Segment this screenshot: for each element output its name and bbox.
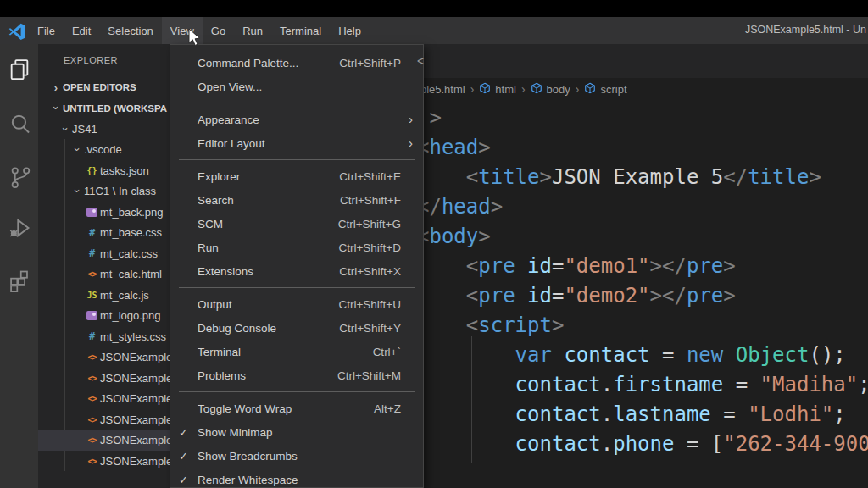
code-token: body (429, 225, 478, 248)
search-icon[interactable] (8, 112, 31, 136)
menu-separator (179, 103, 415, 103)
menubar-item-help[interactable]: Help (330, 17, 370, 44)
menu-item-shortcut: Ctrl+Shift+X (339, 265, 401, 278)
chevron-collapsed-icon: › (49, 81, 63, 94)
menu-item-debug-console[interactable]: Debug ConsoleCtrl+Shift+Y (170, 316, 423, 340)
menu-item-shortcut: Ctrl+Shift+G (338, 218, 401, 230)
code-token (417, 313, 466, 337)
menubar-item-file[interactable]: File (29, 17, 64, 44)
menu-item-label: Render Whitespace (198, 474, 401, 486)
menubar-item-go[interactable]: Go (203, 17, 234, 44)
menubar-item-run[interactable]: Run (234, 17, 271, 44)
menu-item-label: Debug Console (198, 322, 339, 335)
menu-item-render-whitespace[interactable]: ✓Render Whitespace (170, 468, 423, 488)
tree-label: tasks.json (100, 164, 149, 177)
menu-item-toggle-word-wrap[interactable]: Toggle Word WrapAlt+Z (170, 396, 423, 420)
code-area[interactable]: ><head> <title>JSON Example 5</title></h… (417, 103, 868, 459)
breadcrumb-item-html[interactable]: html (479, 82, 516, 97)
code-token (417, 165, 466, 189)
menu-item-scm[interactable]: SCMCtrl+Shift+G (170, 212, 423, 236)
explorer-title: EXPLORER (64, 55, 118, 65)
code-line: contact.phone = ["262-344-900 (417, 430, 868, 459)
html-file-icon: <> (84, 435, 100, 445)
code-token (515, 254, 527, 278)
menu-separator (179, 287, 415, 288)
chevron-expanded-icon: › (71, 143, 84, 157)
code-token: contact (515, 373, 601, 396)
menu-item-label: Editor Layout (198, 137, 401, 150)
chevron-expanded-icon: › (59, 122, 72, 136)
code-token: . (601, 373, 613, 396)
code-line: <head> (417, 133, 868, 163)
menu-item-label: Explorer (198, 170, 339, 183)
menu-item-shortcut: Ctrl+Shift+F (340, 194, 401, 207)
js-file-icon: JS (84, 291, 100, 300)
tree-label: JSONExample6 (100, 455, 178, 468)
run-and-debug-icon[interactable] (8, 216, 31, 240)
code-token (723, 343, 735, 367)
explorer-icon[interactable] (8, 57, 31, 80)
menu-item-editor-layout[interactable]: Editor Layout› (170, 131, 423, 155)
menu-item-command-palette[interactable]: Command Palette...Ctrl+Shift+P (170, 51, 423, 75)
menu-item-terminal[interactable]: TerminalCtrl+` (170, 340, 423, 363)
code-token (417, 402, 515, 426)
menu-item-shortcut: Ctrl+Shift+U (338, 298, 401, 311)
menu-item-appearance[interactable]: Appearance› (170, 108, 423, 131)
menu-item-show-minimap[interactable]: ✓Show Minimap (170, 420, 423, 444)
menu-item-search[interactable]: SearchCtrl+Shift+F (170, 188, 423, 212)
tree-label: JSONExample2 (100, 372, 178, 385)
code-token: "262-344-900 (723, 432, 868, 456)
code-line: <script> (417, 311, 868, 341)
code-token: > (540, 165, 552, 189)
tree-label: mt_calc.html (100, 268, 162, 280)
code-indent-guide (471, 336, 472, 463)
code-token (515, 284, 527, 308)
menu-item-label: Show Minimap (198, 426, 401, 439)
breadcrumb-item-script[interactable]: script (584, 82, 626, 97)
menu-item-label: Run (198, 241, 338, 254)
tree-label: mt_calc.css (100, 247, 158, 260)
code-token (417, 373, 515, 396)
window-title: JSONExample5.html - Un (745, 24, 866, 36)
tree-label: .vscode (84, 143, 122, 156)
menu-item-show-breadcrumbs[interactable]: ✓Show Breadcrumbs (170, 444, 423, 468)
menu-item-label: Command Palette... (198, 57, 339, 69)
menu-item-label: Open View... (198, 80, 401, 93)
code-token: var (515, 343, 552, 367)
menu-item-open-view[interactable]: Open View... (170, 75, 423, 98)
code-token: > (650, 284, 662, 308)
code-token (417, 432, 515, 456)
code-token: . (601, 432, 613, 456)
menubar-item-terminal[interactable]: Terminal (271, 17, 330, 44)
extensions-icon[interactable] (8, 269, 31, 292)
code-token: "demo2" (564, 284, 649, 308)
code-token: < (466, 284, 478, 308)
menu-item-explorer[interactable]: ExplorerCtrl+Shift+E (170, 164, 423, 188)
code-token: pre (478, 254, 515, 278)
symbol-cube-icon (479, 82, 491, 97)
menu-item-extensions[interactable]: ExtensionsCtrl+Shift+X (170, 259, 423, 283)
code-token: pre (687, 254, 723, 278)
tree-label: mt_logo.png (100, 309, 161, 322)
breadcrumb-separator-icon: › (470, 82, 475, 96)
tree-label: 11C1 \ In class (84, 185, 156, 197)
code-token: = (552, 284, 564, 308)
code-token: </ (662, 284, 687, 308)
menubar-item-edit[interactable]: Edit (64, 17, 99, 44)
menu-item-run[interactable]: RunCtrl+Shift+D (170, 236, 423, 259)
menubar-item-selection[interactable]: Selection (99, 17, 161, 44)
source-control-icon[interactable] (8, 164, 31, 188)
code-token: ; (858, 373, 868, 396)
checkmark-icon: ✓ (179, 426, 188, 439)
breadcrumb-item-body[interactable]: body (531, 82, 570, 97)
code-token: </ (662, 254, 687, 278)
title-bar: FileEditSelectionViewGoRunTerminalHelp J… (0, 17, 868, 44)
tree-label: JS41 (72, 123, 97, 136)
css-file-icon: # (84, 330, 100, 342)
checkmark-icon: ✓ (179, 474, 188, 486)
symbol-cube-icon (531, 82, 542, 97)
json-file-icon: {} (84, 166, 100, 175)
menu-item-problems[interactable]: ProblemsCtrl+Shift+M (170, 363, 423, 387)
menu-item-output[interactable]: OutputCtrl+Shift+U (170, 292, 423, 316)
code-line: var contact = new Object(); (417, 341, 868, 370)
